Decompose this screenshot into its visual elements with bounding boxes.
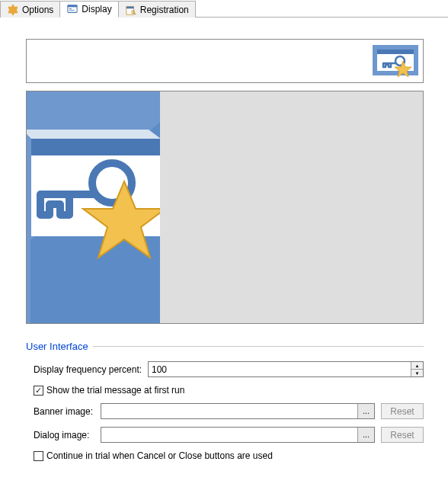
tab-display-label: Display: [82, 4, 111, 14]
svg-rect-1: [68, 5, 77, 8]
group-title: User Interface: [26, 341, 88, 352]
continue-trial-checkbox[interactable]: [34, 451, 43, 461]
continue-trial-label: Continue in trial when Cancel or Close b…: [46, 450, 273, 461]
svg-rect-5: [126, 6, 134, 8]
dialog-preview: [26, 91, 424, 324]
gear-icon: [7, 4, 19, 16]
user-interface-group: User Interface Display frequency percent…: [26, 341, 424, 461]
banner-image-label: Banner image:: [34, 406, 101, 417]
tab-registration[interactable]: Registration: [118, 1, 196, 18]
dialog-image-input-wrap: ...: [101, 427, 375, 443]
freq-label: Display frequency percent:: [34, 364, 148, 375]
dialog-image-input[interactable]: [101, 428, 357, 442]
svg-rect-2: [69, 8, 72, 9]
svg-rect-13: [31, 139, 160, 155]
freq-spinner: ▲ ▼: [411, 362, 423, 376]
freq-input[interactable]: [149, 362, 411, 376]
tab-registration-label: Registration: [140, 5, 189, 15]
tab-options-label: Options: [22, 5, 53, 15]
tab-display[interactable]: Display: [59, 1, 118, 18]
svg-marker-12: [27, 130, 160, 139]
show-trial-checkbox[interactable]: ✓: [34, 386, 43, 396]
dialog-preview-sidebar: [27, 91, 160, 323]
display-icon: [66, 3, 78, 15]
dialog-browse-button[interactable]: ...: [357, 428, 374, 442]
banner-image-input-wrap: ...: [101, 403, 375, 419]
tab-options[interactable]: Options: [0, 1, 60, 18]
show-trial-label: Show the trial message at first run: [46, 385, 184, 396]
registration-icon: [125, 4, 137, 16]
spin-down[interactable]: ▼: [411, 370, 423, 376]
freq-input-wrap: ▲ ▼: [148, 361, 424, 377]
banner-preview: [26, 39, 424, 83]
dialog-image-label: Dialog image:: [34, 430, 101, 441]
group-divider: [93, 346, 424, 347]
svg-rect-3: [69, 10, 75, 11]
banner-browse-button[interactable]: ...: [357, 404, 374, 418]
banner-image-input[interactable]: [101, 404, 357, 418]
spin-up[interactable]: ▲: [411, 362, 423, 370]
svg-rect-9: [377, 50, 414, 54]
dialog-reset-button[interactable]: Reset: [381, 427, 424, 443]
banner-reset-button[interactable]: Reset: [381, 403, 424, 419]
tab-strip: Options Display Registration: [0, 0, 448, 18]
key-star-icon: [27, 91, 160, 323]
content-area: User Interface Display frequency percent…: [0, 18, 448, 476]
key-star-icon: [373, 43, 418, 80]
